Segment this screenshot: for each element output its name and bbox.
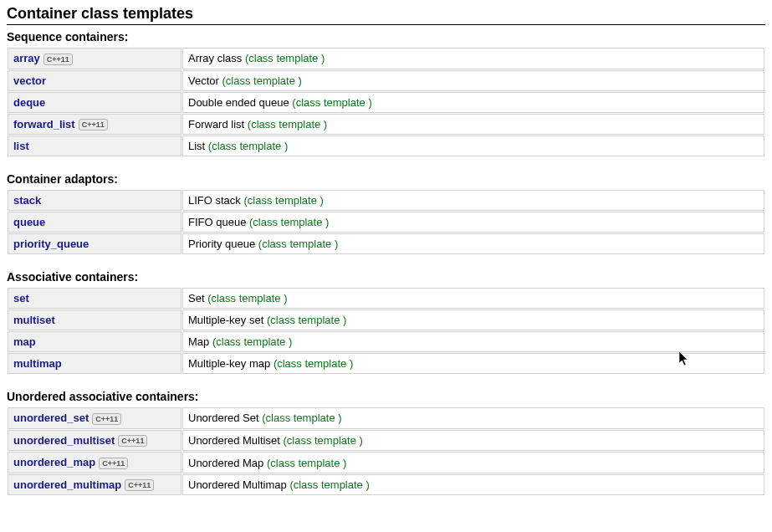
description-cell: Set (class template ) — [182, 288, 764, 309]
table-row: mapMap (class template ) — [8, 331, 764, 352]
description-text: Set — [188, 292, 205, 304]
container-link[interactable]: deque — [13, 96, 45, 109]
table-row: dequeDouble ended queue (class template … — [8, 92, 764, 113]
table-row: unordered_multimapC++11Unordered Multima… — [8, 474, 764, 496]
container-link[interactable]: stack — [13, 194, 41, 207]
name-cell: unordered_mapC++11 — [8, 452, 181, 473]
type-label: (class template ) — [292, 96, 371, 109]
table-row: setSet (class template ) — [8, 288, 764, 309]
description-text: Unordered Multimap — [188, 478, 287, 491]
description-cell: Unordered Multiset (class template ) — [182, 430, 764, 452]
description-text: FIFO queue — [188, 216, 246, 228]
type-label: (class template ) — [208, 140, 288, 152]
cpp11-badge: C++11 — [118, 435, 147, 447]
container-link[interactable]: forward_list — [13, 118, 75, 130]
description-cell: Map (class template ) — [182, 331, 764, 352]
description-cell: Vector (class template ) — [182, 70, 764, 91]
name-cell: multiset — [8, 309, 181, 330]
name-cell: map — [8, 331, 181, 352]
name-cell: set — [8, 288, 181, 309]
table-row: listList (class template ) — [8, 136, 764, 156]
name-cell: priority_queue — [8, 233, 181, 254]
type-label: (class template ) — [274, 357, 353, 370]
description-cell: Multiple-key set (class template ) — [182, 309, 764, 330]
description-text: Map — [188, 335, 209, 348]
type-label: (class template ) — [267, 457, 346, 469]
description-cell: Unordered Set (class template ) — [182, 407, 764, 429]
container-table: stackLIFO stack (class template )queueFI… — [7, 189, 765, 255]
container-link[interactable]: unordered_multimap — [13, 478, 121, 491]
type-label: (class template ) — [258, 238, 338, 250]
container-link[interactable]: array — [13, 52, 40, 64]
description-text: Array class — [188, 52, 242, 64]
description-text: Vector — [188, 74, 219, 87]
section-heading: Container adaptors: — [7, 172, 765, 186]
description-cell: LIFO stack (class template ) — [182, 190, 764, 211]
description-text: Double ended queue — [188, 96, 289, 109]
section-heading: Sequence containers: — [7, 30, 765, 43]
table-row: multisetMultiple-key set (class template… — [8, 309, 764, 330]
table-row: unordered_multisetC++11Unordered Multise… — [8, 430, 764, 452]
table-row: multimapMultiple-key map (class template… — [8, 353, 764, 374]
description-cell: List (class template ) — [182, 136, 764, 156]
name-cell: unordered_multisetC++11 — [8, 430, 181, 452]
container-link[interactable]: multimap — [13, 357, 62, 370]
name-cell: list — [8, 136, 181, 156]
section-heading: Unordered associative containers: — [7, 390, 765, 403]
container-link[interactable]: unordered_multiset — [13, 434, 115, 447]
container-link[interactable]: queue — [13, 216, 45, 228]
name-cell: multimap — [8, 353, 181, 374]
container-table: arrayC++11Array class (class template )v… — [7, 47, 765, 157]
page-title: Container class templates — [7, 5, 765, 25]
name-cell: queue — [8, 212, 181, 233]
container-link[interactable]: priority_queue — [13, 238, 89, 250]
container-link[interactable]: set — [13, 292, 29, 304]
name-cell: forward_listC++11 — [8, 114, 181, 136]
container-link[interactable]: vector — [13, 74, 46, 87]
table-row: unordered_mapC++11Unordered Map (class t… — [8, 452, 764, 473]
description-cell: Double ended queue (class template ) — [182, 92, 764, 113]
name-cell: deque — [8, 92, 181, 113]
cpp11-badge: C++11 — [79, 119, 108, 130]
cpp11-badge: C++11 — [43, 54, 73, 65]
type-label: (class template ) — [245, 52, 325, 64]
name-cell: unordered_multimapC++11 — [8, 474, 181, 496]
container-link[interactable]: unordered_set — [13, 412, 89, 424]
container-table: setSet (class template )multisetMultiple… — [7, 287, 765, 375]
description-cell: Multiple-key map (class template ) — [182, 353, 764, 374]
container-link[interactable]: unordered_map — [13, 456, 95, 468]
name-cell: stack — [8, 190, 181, 211]
name-cell: unordered_setC++11 — [8, 407, 181, 429]
section: Sequence containers:arrayC++11Array clas… — [7, 30, 765, 157]
section: Container adaptors:stackLIFO stack (clas… — [7, 172, 765, 255]
section: Associative containers:setSet (class tem… — [7, 270, 765, 375]
section: Unordered associative containers:unorder… — [7, 390, 765, 496]
description-text: Priority queue — [188, 238, 255, 250]
type-label: (class template ) — [248, 118, 327, 130]
name-cell: vector — [8, 70, 181, 91]
description-text: Multiple-key map — [188, 357, 270, 370]
description-cell: Unordered Multimap (class template ) — [182, 474, 764, 496]
container-link[interactable]: map — [13, 335, 36, 348]
description-cell: Forward list (class template ) — [182, 114, 764, 136]
type-label: (class template ) — [207, 292, 287, 304]
description-text: Unordered Set — [188, 412, 259, 424]
type-label: (class template ) — [289, 478, 369, 491]
description-text: Unordered Map — [188, 457, 263, 469]
type-label: (class template ) — [283, 434, 362, 447]
type-label: (class template ) — [243, 194, 323, 207]
description-text: List — [188, 140, 205, 152]
cpp11-badge: C++11 — [92, 413, 121, 425]
container-link[interactable]: list — [13, 140, 29, 152]
table-row: stackLIFO stack (class template ) — [8, 190, 764, 211]
description-text: LIFO stack — [188, 194, 241, 207]
container-link[interactable]: multiset — [13, 314, 55, 326]
type-label: (class template ) — [262, 412, 341, 424]
table-row: vectorVector (class template ) — [8, 70, 764, 91]
table-row: queueFIFO queue (class template ) — [8, 212, 764, 233]
table-row: forward_listC++11Forward list (class tem… — [8, 114, 764, 136]
type-label: (class template ) — [222, 74, 301, 87]
description-cell: Priority queue (class template ) — [182, 233, 764, 254]
section-heading: Associative containers: — [7, 270, 765, 284]
cpp11-badge: C++11 — [99, 458, 128, 469]
